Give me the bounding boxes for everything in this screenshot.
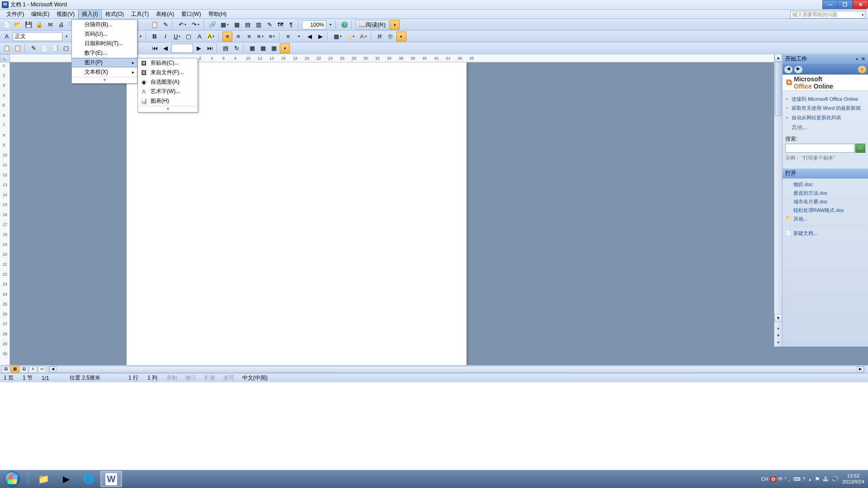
menu-page-number[interactable]: 页码(U)... [72,29,137,39]
tp-link-news[interactable]: 获取有关使用 Word 的最新新闻 [785,103,865,113]
recent-file-4[interactable]: 轻松处理RAW格式.doc [785,206,865,215]
decrease-indent-button[interactable] [305,32,315,42]
help-button[interactable] [340,20,349,30]
insert-excel-button[interactable] [243,20,253,30]
web-layout-view-button[interactable]: ▥ [20,366,28,373]
first-record-button[interactable]: ⏮ [150,43,160,53]
font-size-dropdown[interactable]: ▾ [137,32,144,42]
toolbar-overflow-button[interactable]: ▾ [390,20,400,30]
styles-pane-button[interactable]: A [2,32,12,42]
align-right-button[interactable] [244,32,254,42]
tb3-btn4[interactable]: 📄 [39,43,49,53]
phonetic-guide-button[interactable] [375,32,385,42]
taskpane-search-input[interactable] [785,144,854,153]
fill-color-button[interactable] [345,32,357,42]
tab-selector[interactable]: ∟ [0,54,10,62]
menu-help[interactable]: 帮助(H) [205,9,231,19]
align-justify-button[interactable] [255,32,266,42]
bold-button[interactable] [150,32,160,42]
menu-textbox[interactable]: 文本框(X)▸ [72,67,137,77]
normal-view-button[interactable]: ▤ [2,366,10,373]
show-paragraph-button[interactable] [286,20,296,30]
taskpane-back-button[interactable]: ◀ [784,66,793,73]
align-center-button[interactable] [233,32,243,42]
taskbar-explorer[interactable]: 📁 [33,471,54,487]
underline-button[interactable] [171,32,183,42]
new-document-link[interactable]: 新建文档... [785,229,865,238]
insert-table-button[interactable] [232,20,242,30]
char-shading-button[interactable] [194,32,204,42]
minimize-button[interactable]: — [822,0,838,9]
menu-table[interactable]: 表格(A) [152,9,178,19]
format-painter-button[interactable]: ✎ [160,20,170,30]
tables-borders-button[interactable] [218,20,231,30]
tb3-btn3[interactable]: ✎ [28,43,38,53]
save-button[interactable] [24,20,33,30]
formatting-overflow-button[interactable]: ▾ [396,32,406,42]
redo-button[interactable] [189,20,202,30]
menu-break[interactable]: 分隔符(B)... [72,20,137,29]
zoom-dropdown[interactable]: ▾ [327,20,334,30]
tray-expand-button[interactable]: ▴ [809,477,811,482]
undo-button[interactable] [176,20,189,30]
scroll-thumb[interactable] [775,62,782,116]
mail-button[interactable]: ✉ [45,20,55,30]
record-input[interactable] [171,44,193,53]
last-record-button[interactable]: ⏭ [205,43,215,53]
reading-layout-button[interactable]: 阅读(R) [355,20,389,30]
submenu-chart[interactable]: 📊图表(H) [138,96,198,106]
tp-link-more[interactable]: 其他... [785,124,865,131]
recent-file-1[interactable]: 物距.doc [785,180,865,189]
borders-button[interactable] [331,32,344,42]
ime-indicator[interactable]: CH ✿ 中 °， ⌨ ? [761,476,805,483]
italic-button[interactable] [160,32,170,42]
menu-format[interactable]: 格式(O) [102,9,127,19]
status-record[interactable]: 录制 [166,374,180,382]
taskpane-close-button[interactable]: ✕ [861,56,865,62]
tray-volume-icon[interactable]: 🔊 [831,476,839,483]
paste-button[interactable] [150,20,160,30]
outline-view-button[interactable]: ≡ [29,366,37,373]
menu-insert[interactable]: 插入(I) [78,9,101,19]
scroll-up-button[interactable]: ▲ [774,54,782,62]
tb3-btn5[interactable]: 📑 [50,43,60,53]
tb3-btn12[interactable]: ▦ [269,43,279,53]
submenu-wordart[interactable]: A艺术字(W)... [138,87,198,96]
menu-edit[interactable]: 编辑(E) [28,9,53,19]
vertical-ruler[interactable]: 1234567891011121314151617181920212223242… [0,62,10,365]
reading-view-button[interactable]: ▭ [38,366,46,373]
submenu-from-file[interactable]: 🖼来自文件(F)... [138,68,198,77]
tb3-btn6[interactable]: ▢ [61,43,71,53]
tray-flag-icon[interactable]: ⚑ [815,476,820,483]
line-spacing-button[interactable] [267,32,278,42]
taskpane-forward-button[interactable]: ▶ [794,66,802,73]
menu-datetime[interactable]: 日期和时间(T)... [72,39,137,48]
recent-files-more[interactable]: 其他... [785,215,865,223]
menu-picture[interactable]: 图片(P)▸ [72,58,137,67]
font-color-button[interactable] [358,32,369,42]
menu-window[interactable]: 窗口(W) [178,9,204,19]
submenu-expand[interactable]: ▾ [138,106,198,112]
style-dropdown[interactable]: ▾ [63,32,70,42]
vertical-scrollbar[interactable]: ▲ ▼ ▴ ● ▾ [774,54,782,347]
numbered-list-button[interactable] [283,32,293,42]
tb3-btn2[interactable]: 📋 [13,43,23,53]
submenu-autoshape[interactable]: ◉自选图形(A) [138,77,198,87]
status-extend[interactable]: 扩展 [204,374,218,382]
print-button[interactable] [56,20,66,30]
close-button[interactable]: ✕ [853,0,868,9]
permissions-button[interactable] [34,20,44,30]
drawing-button[interactable] [264,20,274,30]
zoom-input[interactable]: 100% [302,20,326,29]
print-layout-view-button[interactable]: ▦ [11,366,19,373]
menu-expand[interactable]: ▾ [72,77,137,83]
tb3-btn1[interactable]: 📋 [2,43,12,53]
enclose-char-button[interactable] [386,32,396,42]
tray-clock[interactable]: 13:52 2010/9/24 [842,473,864,485]
recent-file-3[interactable]: 城市名片册.doc [785,197,865,206]
bulleted-list-button[interactable] [294,32,304,42]
tp-link-connect[interactable]: 连接到 Microsoft Office Online [785,94,865,103]
start-button[interactable] [0,470,24,488]
align-left-button[interactable] [222,32,232,42]
tb3-btn9[interactable]: ↻ [231,43,241,53]
